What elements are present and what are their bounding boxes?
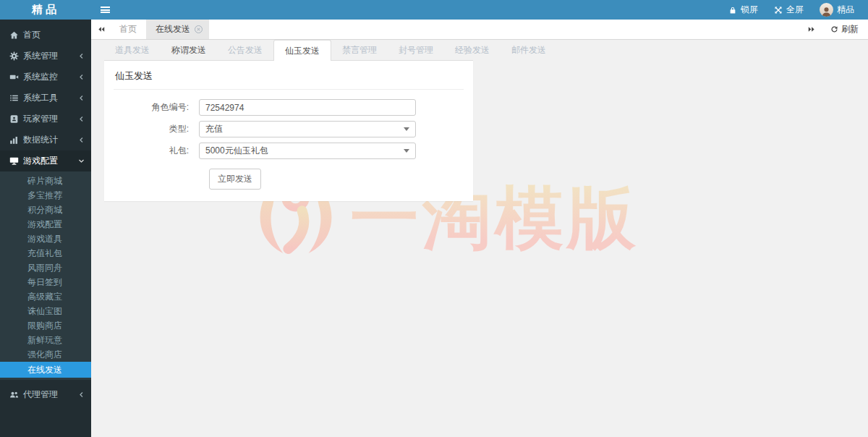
submenu-item[interactable]: 高级藏宝	[0, 289, 91, 304]
submenu-item[interactable]: 积分商城	[0, 203, 91, 217]
fullscreen-label: 全屏	[786, 4, 804, 16]
navbar-right: 锁屏 全屏 精品	[720, 0, 868, 20]
breadcrumb-current-label: 在线发送	[156, 23, 190, 35]
sidebar-item-label: 数据统计	[23, 134, 58, 146]
hamburger-icon	[101, 7, 110, 13]
send-now-button[interactable]: 立即发送	[209, 169, 261, 190]
gift-select[interactable]: 5000元仙玉礼包	[199, 143, 416, 159]
type-label: 类型:	[114, 123, 199, 135]
refresh-label: 刷新	[841, 23, 859, 35]
desktop-icon	[9, 156, 23, 166]
tabs-scroll-right-button[interactable]	[802, 20, 821, 39]
brand-logo[interactable]: 精品	[0, 0, 91, 20]
sidebar-item-label: 系统管理	[23, 50, 58, 62]
chevron-left-icon	[78, 116, 85, 122]
sidebar-item-home[interactable]: 首页	[0, 25, 91, 46]
form-row-gift: 礼包: 5000元仙玉礼包	[114, 143, 464, 159]
sidebar-item-label: 系统监控	[23, 71, 58, 83]
submenu-item[interactable]: 新鲜玩意	[0, 333, 91, 347]
tab-item-send[interactable]: 道具发送	[104, 40, 161, 60]
lock-screen-button[interactable]: 锁屏	[720, 0, 766, 20]
sidebar-item-label: 代理管理	[23, 389, 58, 401]
gift-label: 礼包:	[114, 145, 199, 157]
submenu-item[interactable]: 诛仙宝图	[0, 304, 91, 318]
breadcrumb-right: 刷新	[802, 20, 868, 39]
type-select-value: 充值	[205, 123, 223, 135]
sidebar-toggle-button[interactable]	[91, 0, 119, 20]
tab-title-send[interactable]: 称谓发送	[161, 40, 217, 60]
sidebar: 首页 系统管理 系统监控 系统工具 玩家管理 数据统计 游戏配置 碎片商城 多宝…	[0, 20, 91, 437]
submenu-item[interactable]: 游戏道具	[0, 232, 91, 246]
refresh-button[interactable]: 刷新	[821, 20, 868, 39]
role-id-label: 角色编号:	[114, 101, 199, 114]
submenu-item[interactable]: 碎片商城	[0, 174, 91, 188]
tab-notice-send[interactable]: 公告发送	[217, 40, 273, 60]
chevron-left-icon	[78, 95, 85, 101]
lock-icon	[728, 6, 737, 14]
fullscreen-button[interactable]: 全屏	[766, 0, 812, 20]
chevron-down-icon	[78, 158, 85, 164]
refresh-icon	[830, 25, 838, 33]
avatar	[820, 3, 833, 17]
tab-mute-manage[interactable]: 禁言管理	[331, 40, 388, 60]
tab-mail-send[interactable]: 邮件发送	[501, 40, 557, 60]
submenu-item-online-send-active[interactable]: 在线发送	[0, 362, 91, 378]
submenu-item[interactable]: 充值礼包	[0, 246, 91, 260]
breadcrumb-tab-bar: 首页 在线发送 刷新	[91, 20, 868, 40]
sidebar-item-label: 玩家管理	[23, 113, 58, 125]
caret-down-icon	[404, 127, 409, 131]
gear-icon	[9, 51, 23, 61]
jade-send-panel: 仙玉发送 角色编号: 类型: 充值 礼包: 5000元仙玉礼包 立即发送	[104, 61, 473, 201]
tabs-scroll-left-button[interactable]	[91, 20, 110, 39]
user-name: 精品	[837, 4, 854, 16]
submenu-item[interactable]: 多宝推荐	[0, 188, 91, 203]
tab-ban-manage[interactable]: 封号管理	[388, 40, 444, 60]
sidebar-item-system-manage[interactable]: 系统管理	[0, 46, 91, 67]
chevron-left-icon	[78, 391, 85, 398]
submenu-item[interactable]: 游戏配置	[0, 217, 91, 232]
home-icon	[9, 30, 23, 40]
submenu-item[interactable]: 风雨同舟	[0, 260, 91, 275]
tab-jade-send-active[interactable]: 仙玉发送	[273, 40, 331, 61]
id-card-icon	[9, 114, 23, 124]
close-tab-icon[interactable]	[195, 25, 203, 33]
form-row-type: 类型: 充值	[114, 121, 464, 137]
lock-screen-label: 锁屏	[741, 4, 758, 16]
sidebar-item-label: 系统工具	[23, 92, 58, 104]
list-icon	[9, 93, 23, 103]
user-menu[interactable]: 精品	[812, 0, 862, 20]
sidebar-item-game-config[interactable]: 游戏配置	[0, 150, 91, 171]
submenu-item[interactable]: 每日签到	[0, 275, 91, 289]
breadcrumb-tab-home[interactable]: 首页	[110, 20, 146, 39]
form-row-role-id: 角色编号:	[114, 99, 464, 116]
chevron-left-icon	[78, 74, 85, 80]
double-left-arrow-icon	[97, 25, 105, 33]
send-tabs: 道具发送 称谓发送 公告发送 仙玉发送 禁言管理 封号管理 经验发送 邮件发送	[104, 40, 473, 61]
video-camera-icon	[9, 72, 23, 82]
sidebar-item-player-manage[interactable]: 玩家管理	[0, 109, 91, 130]
sidebar-item-label: 游戏配置	[23, 155, 58, 167]
double-right-arrow-icon	[808, 25, 816, 33]
content-area: 首页 在线发送 刷新 道具发送 称谓发送 公告发送 仙玉发送 禁言管理 封号管理…	[91, 20, 868, 437]
chevron-left-icon	[78, 53, 85, 59]
fullscreen-icon	[774, 6, 783, 14]
sidebar-item-system-monitor[interactable]: 系统监控	[0, 67, 91, 88]
submenu-item[interactable]: 强化商店	[0, 347, 91, 362]
type-select[interactable]: 充值	[199, 121, 416, 137]
users-icon	[9, 390, 23, 399]
top-navbar: 锁屏 全屏 精品	[91, 0, 868, 20]
breadcrumb-tab-current[interactable]: 在线发送	[146, 20, 209, 39]
game-config-submenu: 碎片商城 多宝推荐 积分商城 游戏配置 游戏道具 充值礼包 风雨同舟 每日签到 …	[0, 171, 91, 380]
tab-exp-send[interactable]: 经验发送	[444, 40, 501, 60]
sidebar-item-label: 首页	[23, 29, 41, 41]
role-id-input[interactable]	[199, 99, 416, 116]
sidebar-item-agent-manage[interactable]: 代理管理	[0, 384, 91, 405]
sidebar-item-system-tools[interactable]: 系统工具	[0, 88, 91, 109]
submenu-item[interactable]: 限购商店	[0, 318, 91, 333]
panel-title: 仙玉发送	[114, 67, 464, 90]
bar-chart-icon	[9, 135, 23, 145]
caret-down-icon	[404, 149, 409, 153]
chevron-left-icon	[78, 137, 85, 143]
gift-select-value: 5000元仙玉礼包	[205, 145, 268, 157]
sidebar-item-data-stats[interactable]: 数据统计	[0, 130, 91, 150]
